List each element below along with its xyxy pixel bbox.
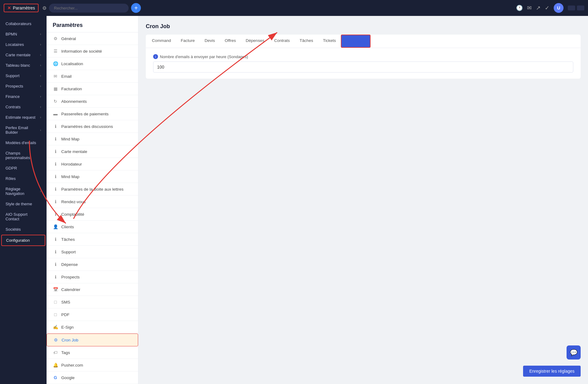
settings-item-label: Calendrier bbox=[61, 287, 80, 292]
settings-item-label: Support bbox=[61, 250, 76, 254]
settings-item-pusher[interactable]: 🔔 Pusher.com bbox=[47, 359, 138, 371]
sidebar-item-roles[interactable]: Rôles bbox=[1, 173, 45, 184]
share-icon[interactable]: ↗ bbox=[536, 5, 541, 11]
sidebar-item-email-builder[interactable]: Perfex Email Builder › bbox=[1, 123, 45, 137]
settings-item-label: Facturation bbox=[61, 87, 82, 91]
settings-item-esign[interactable]: ✍ E-Sign bbox=[47, 321, 138, 334]
settings-item-boite-lettres[interactable]: ℹ Paramètres de la Boite aux lettres bbox=[47, 183, 138, 196]
settings-item-general[interactable]: ⚙ Général bbox=[47, 32, 138, 45]
info-icon: ℹ bbox=[53, 237, 58, 242]
tab-contrats[interactable]: Contrats bbox=[269, 35, 295, 48]
search-input[interactable] bbox=[49, 4, 129, 13]
settings-item-carte-mentale[interactable]: ℹ Carte mentale bbox=[47, 145, 138, 158]
content-area: Cron Job Command Facture Devis Offres Dé… bbox=[138, 16, 588, 384]
settings-item-horodateur[interactable]: ℹ Horodateur bbox=[47, 158, 138, 170]
sidebar-item-champs[interactable]: Champs personnalisés bbox=[1, 148, 45, 163]
window-btn-2[interactable] bbox=[577, 6, 584, 10]
settings-item-depense[interactable]: ℹ Dépense bbox=[47, 258, 138, 271]
main-content: Paramètres ⚙ Général ☰ Information de so… bbox=[47, 16, 588, 384]
settings-item-mind-map-1[interactable]: ℹ Mind Map bbox=[47, 133, 138, 145]
info-icon: ℹ bbox=[53, 136, 58, 142]
history-icon[interactable]: 🕐 bbox=[516, 5, 523, 11]
settings-item-abonnements[interactable]: ↻ Abonnements bbox=[47, 95, 138, 108]
tab-tickets[interactable]: Tickets bbox=[318, 35, 341, 48]
settings-item-passerelles[interactable]: ▬ Passerelles de paiements bbox=[47, 108, 138, 120]
settings-item-comptabilite[interactable]: ℹ Comptabilité bbox=[47, 208, 138, 221]
sidebar-item-estimate[interactable]: Estimate request › bbox=[1, 112, 45, 122]
sidebar-item-configuration[interactable]: Configuration bbox=[1, 235, 45, 246]
settings-item-email[interactable]: ✉ Email bbox=[47, 70, 138, 83]
tab-depenses[interactable]: Dépenses bbox=[241, 35, 269, 48]
calendar-icon: 📅 bbox=[53, 287, 58, 292]
globe-icon: 🌐 bbox=[53, 61, 58, 66]
settings-item-label: Email bbox=[61, 74, 72, 79]
settings-item-support[interactable]: ℹ Support bbox=[47, 246, 138, 258]
sidebar-item-locataires[interactable]: Locataires › bbox=[1, 39, 45, 50]
title-text: Paramètres bbox=[13, 6, 35, 10]
settings-item-localisation[interactable]: 🌐 Localisation bbox=[47, 58, 138, 70]
settings-item-label: Carte mentale bbox=[61, 149, 87, 154]
tab-facture[interactable]: Facture bbox=[176, 35, 200, 48]
tab-taches[interactable]: Tâches bbox=[295, 35, 318, 48]
settings-item-clients[interactable]: 👤 Clients bbox=[47, 221, 138, 233]
sidebar-label: Support bbox=[6, 73, 20, 78]
sms-icon: □ bbox=[53, 299, 58, 305]
info-icon: ℹ bbox=[53, 249, 58, 255]
window-btn-1[interactable] bbox=[568, 6, 575, 10]
chat-button[interactable]: 💬 bbox=[567, 345, 581, 360]
app-title[interactable]: ✕ Paramètres bbox=[4, 4, 39, 12]
sidebar-item-style-theme[interactable]: Style de theme bbox=[1, 199, 45, 209]
settings-item-calendrier[interactable]: 📅 Calendrier bbox=[47, 283, 138, 296]
tab-devis[interactable]: Devis bbox=[200, 35, 220, 48]
tab-offres[interactable]: Offres bbox=[220, 35, 241, 48]
window-buttons bbox=[568, 6, 584, 10]
sidebar-item-societes[interactable]: Sociétés bbox=[1, 224, 45, 234]
tabs-header: Command Facture Devis Offres Dépenses Co… bbox=[146, 35, 581, 48]
tab-sondages[interactable]: Sondages bbox=[341, 35, 371, 48]
settings-item-sms[interactable]: □ SMS bbox=[47, 296, 138, 308]
settings-item-pdf[interactable]: □ PDF bbox=[47, 308, 138, 321]
settings-item-tags[interactable]: 🏷 Tags bbox=[47, 346, 138, 359]
add-button[interactable]: + bbox=[131, 3, 141, 13]
tab-command[interactable]: Command bbox=[147, 35, 176, 48]
settings-item-facturation[interactable]: ▦ Facturation bbox=[47, 83, 138, 95]
settings-item-cron-job[interactable]: ⚙ Cron Job bbox=[47, 334, 138, 346]
save-button[interactable]: Enregistrer les réglages bbox=[523, 366, 581, 377]
settings-item-rdv[interactable]: ℹ Rendez-vous bbox=[47, 196, 138, 208]
main-layout: Collaborateurs BPMN › Locataires › Carte… bbox=[0, 16, 588, 384]
sidebar-label: Carte mentale bbox=[6, 53, 31, 57]
sidebar-item-modeles[interactable]: Modèles d'emails bbox=[1, 138, 45, 148]
info-icon: ℹ bbox=[53, 161, 58, 167]
sidebar-item-contrats[interactable]: Contrats › bbox=[1, 102, 45, 112]
settings-item-google[interactable]: G Google bbox=[47, 371, 138, 384]
sidebar-item-carte-mentale[interactable]: Carte mentale › bbox=[1, 50, 45, 60]
check-icon[interactable]: ✓ bbox=[545, 5, 549, 11]
settings-item-label: Pusher.com bbox=[61, 363, 83, 367]
settings-item-discussions[interactable]: ℹ Paramètres des discussions bbox=[47, 120, 138, 133]
sidebar-label: Perfex Email Builder bbox=[6, 125, 40, 135]
sidebar-item-collaborateurs[interactable]: Collaborateurs bbox=[1, 19, 45, 29]
settings-item-info-societe[interactable]: ☰ Information de société bbox=[47, 45, 138, 58]
settings-item-prospects[interactable]: ℹ Prospects bbox=[47, 271, 138, 283]
sidebar-item-gdpr[interactable]: GDPR bbox=[1, 163, 45, 173]
info-icon: ℹ bbox=[53, 199, 58, 204]
sidebar-item-support[interactable]: Support › bbox=[1, 71, 45, 81]
sidebar-item-bpmn[interactable]: BPMN › bbox=[1, 29, 45, 39]
mail-icon[interactable]: ✉ bbox=[527, 5, 532, 11]
sidebar-label: Collaborateurs bbox=[6, 21, 32, 26]
settings-item-taches[interactable]: ℹ Tâches bbox=[47, 233, 138, 246]
sidebar-item-tableau-blanc[interactable]: Tableau blanc › bbox=[1, 60, 45, 70]
sidebar-item-prospects[interactable]: Prospects › bbox=[1, 81, 45, 91]
tab-content-sondages: i Nombre d'emails à envoyer par heure (S… bbox=[146, 48, 581, 79]
emails-per-hour-input[interactable] bbox=[153, 62, 573, 73]
settings-panel: Paramètres ⚙ Général ☰ Information de so… bbox=[47, 16, 138, 384]
sidebar-item-reglage-nav[interactable]: Réglage Navigation › bbox=[1, 184, 45, 199]
sidebar-item-finance[interactable]: Finance › bbox=[1, 91, 45, 102]
settings-item-label: Google bbox=[61, 375, 75, 380]
settings-icon[interactable]: ⚙ bbox=[42, 5, 47, 11]
info-icon: ℹ bbox=[53, 262, 58, 267]
sidebar-item-aio[interactable]: AIO Support Contact bbox=[1, 209, 45, 224]
settings-item-mind-map-2[interactable]: ℹ Mind Map bbox=[47, 170, 138, 183]
avatar[interactable]: U bbox=[554, 3, 564, 13]
close-icon[interactable]: ✕ bbox=[7, 6, 11, 10]
